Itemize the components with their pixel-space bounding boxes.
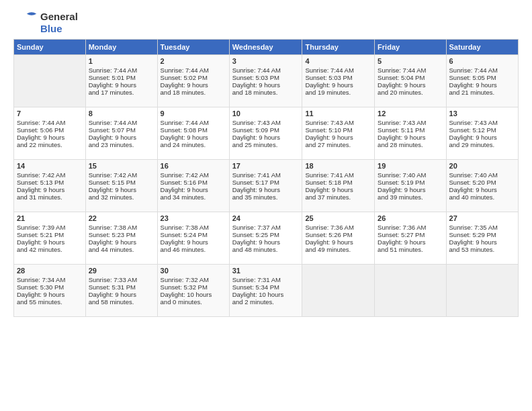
- day-info-line: Sunrise: 7:44 AM: [161, 66, 226, 74]
- day-info-line: Daylight: 10 hours: [232, 291, 300, 298]
- day-info-line: and 27 minutes.: [305, 141, 371, 148]
- header-saturday: Saturday: [446, 40, 518, 55]
- day-info-line: and 19 minutes.: [305, 89, 371, 96]
- header-friday: Friday: [375, 40, 446, 55]
- day-info-line: Sunset: 5:05 PM: [449, 74, 515, 81]
- day-cell: 18Sunrise: 7:41 AMSunset: 5:18 PMDayligh…: [302, 160, 375, 212]
- day-info-line: Sunrise: 7:34 AM: [17, 276, 83, 283]
- day-info-line: and 35 minutes.: [232, 193, 300, 201]
- day-info-line: and 42 minutes.: [17, 246, 83, 253]
- day-info-line: and 51 minutes.: [378, 246, 443, 253]
- day-info-line: Daylight: 9 hours: [161, 186, 226, 193]
- logo-icon: [13, 11, 38, 35]
- day-info-line: Daylight: 9 hours: [449, 81, 515, 89]
- day-info-line: Sunrise: 7:43 AM: [449, 119, 515, 126]
- day-number: 2: [161, 57, 226, 65]
- day-info-line: Sunset: 5:20 PM: [449, 179, 515, 186]
- day-info-line: Daylight: 9 hours: [232, 186, 300, 193]
- day-info-line: Sunrise: 7:44 AM: [161, 119, 226, 126]
- day-info-line: Daylight: 9 hours: [161, 81, 226, 89]
- day-info-line: and 25 minutes.: [232, 141, 300, 148]
- day-info-line: and 34 minutes.: [161, 193, 226, 201]
- day-info-line: Sunrise: 7:42 AM: [17, 171, 83, 179]
- day-cell: 23Sunrise: 7:38 AMSunset: 5:24 PMDayligh…: [157, 212, 229, 265]
- day-info-line: Daylight: 9 hours: [89, 238, 154, 246]
- day-info-line: Sunset: 5:08 PM: [161, 126, 226, 134]
- day-number: 27: [449, 214, 515, 222]
- day-number: 23: [161, 214, 226, 222]
- page: General Blue SundayMondayTuesdayWednesda…: [0, 0, 532, 324]
- day-number: 28: [17, 267, 83, 275]
- day-info-line: and 28 minutes.: [378, 141, 443, 148]
- day-cell: 21Sunrise: 7:39 AMSunset: 5:21 PMDayligh…: [14, 212, 86, 265]
- day-cell: 25Sunrise: 7:36 AMSunset: 5:26 PMDayligh…: [302, 212, 375, 265]
- day-info-line: Daylight: 9 hours: [17, 186, 83, 193]
- day-info-line: and 49 minutes.: [305, 246, 371, 253]
- day-cell: 22Sunrise: 7:38 AMSunset: 5:23 PMDayligh…: [85, 212, 157, 265]
- day-number: 17: [232, 162, 300, 170]
- day-info-line: Daylight: 9 hours: [161, 134, 226, 141]
- day-info-line: Sunset: 5:01 PM: [89, 74, 154, 81]
- day-info-line: Daylight: 10 hours: [161, 291, 226, 298]
- day-cell: 14Sunrise: 7:42 AMSunset: 5:13 PMDayligh…: [14, 160, 86, 212]
- header-tuesday: Tuesday: [157, 40, 229, 55]
- day-info-line: Daylight: 9 hours: [89, 134, 154, 141]
- day-info-line: and 21 minutes.: [449, 89, 515, 96]
- day-info-line: Sunrise: 7:36 AM: [305, 224, 371, 231]
- day-info-line: Sunset: 5:18 PM: [305, 179, 371, 186]
- day-cell: 1Sunrise: 7:44 AMSunset: 5:01 PMDaylight…: [85, 55, 157, 107]
- week-row-3: 14Sunrise: 7:42 AMSunset: 5:13 PMDayligh…: [14, 160, 519, 212]
- day-info-line: and 23 minutes.: [89, 141, 154, 148]
- day-cell: 26Sunrise: 7:36 AMSunset: 5:27 PMDayligh…: [375, 212, 446, 265]
- day-cell: 27Sunrise: 7:35 AMSunset: 5:29 PMDayligh…: [446, 212, 518, 265]
- day-info-line: Sunrise: 7:33 AM: [89, 276, 154, 283]
- day-info-line: and 46 minutes.: [161, 246, 226, 253]
- day-number: 5: [378, 57, 443, 65]
- day-info-line: Sunset: 5:24 PM: [161, 231, 226, 238]
- day-cell: 28Sunrise: 7:34 AMSunset: 5:30 PMDayligh…: [14, 265, 86, 317]
- day-info-line: Sunrise: 7:41 AM: [232, 171, 300, 179]
- day-info-line: Daylight: 9 hours: [17, 134, 83, 141]
- day-cell: 17Sunrise: 7:41 AMSunset: 5:17 PMDayligh…: [229, 160, 302, 212]
- day-cell: 19Sunrise: 7:40 AMSunset: 5:19 PMDayligh…: [375, 160, 446, 212]
- day-info-line: Sunrise: 7:42 AM: [89, 171, 154, 179]
- day-cell: 4Sunrise: 7:44 AMSunset: 5:03 PMDaylight…: [302, 55, 375, 107]
- day-info-line: Sunrise: 7:39 AM: [17, 224, 83, 231]
- calendar-table: SundayMondayTuesdayWednesdayThursdayFrid…: [13, 39, 519, 317]
- day-info-line: Sunrise: 7:44 AM: [17, 119, 83, 126]
- day-cell: 3Sunrise: 7:44 AMSunset: 5:03 PMDaylight…: [229, 55, 302, 107]
- day-info-line: and 18 minutes.: [232, 89, 300, 96]
- day-info-line: Sunset: 5:02 PM: [161, 74, 226, 81]
- day-info-line: Sunset: 5:17 PM: [232, 179, 300, 186]
- day-info-line: Daylight: 9 hours: [378, 238, 443, 246]
- day-info-line: Sunrise: 7:37 AM: [232, 224, 300, 231]
- day-number: 26: [378, 214, 443, 222]
- day-number: 21: [17, 214, 83, 222]
- day-info-line: Sunset: 5:26 PM: [305, 231, 371, 238]
- day-info-line: Sunset: 5:34 PM: [232, 283, 300, 291]
- day-cell: 20Sunrise: 7:40 AMSunset: 5:20 PMDayligh…: [446, 160, 518, 212]
- day-info-line: and 40 minutes.: [449, 193, 515, 201]
- header-sunday: Sunday: [14, 40, 86, 55]
- day-info-line: and 39 minutes.: [378, 193, 443, 201]
- day-cell: 7Sunrise: 7:44 AMSunset: 5:06 PMDaylight…: [14, 107, 86, 160]
- day-info-line: and 48 minutes.: [232, 246, 300, 253]
- week-row-4: 21Sunrise: 7:39 AMSunset: 5:21 PMDayligh…: [14, 212, 519, 265]
- day-info-line: Sunrise: 7:43 AM: [378, 119, 443, 126]
- day-info-line: and 32 minutes.: [89, 193, 154, 201]
- day-info-line: and 2 minutes.: [232, 298, 300, 306]
- header-row: SundayMondayTuesdayWednesdayThursdayFrid…: [14, 40, 519, 55]
- day-info-line: Daylight: 9 hours: [232, 134, 300, 141]
- day-info-line: Daylight: 9 hours: [305, 81, 371, 89]
- day-info-line: Sunset: 5:07 PM: [89, 126, 154, 134]
- day-info-line: Daylight: 9 hours: [89, 186, 154, 193]
- day-info-line: Sunset: 5:03 PM: [305, 74, 371, 81]
- day-info-line: Daylight: 9 hours: [305, 186, 371, 193]
- day-info-line: Sunset: 5:29 PM: [449, 231, 515, 238]
- header-thursday: Thursday: [302, 40, 375, 55]
- day-info-line: Sunrise: 7:36 AM: [378, 224, 443, 231]
- day-info-line: Sunrise: 7:31 AM: [232, 276, 300, 283]
- logo-general: General: [40, 11, 78, 23]
- day-cell: 12Sunrise: 7:43 AMSunset: 5:11 PMDayligh…: [375, 107, 446, 160]
- day-cell: 24Sunrise: 7:37 AMSunset: 5:25 PMDayligh…: [229, 212, 302, 265]
